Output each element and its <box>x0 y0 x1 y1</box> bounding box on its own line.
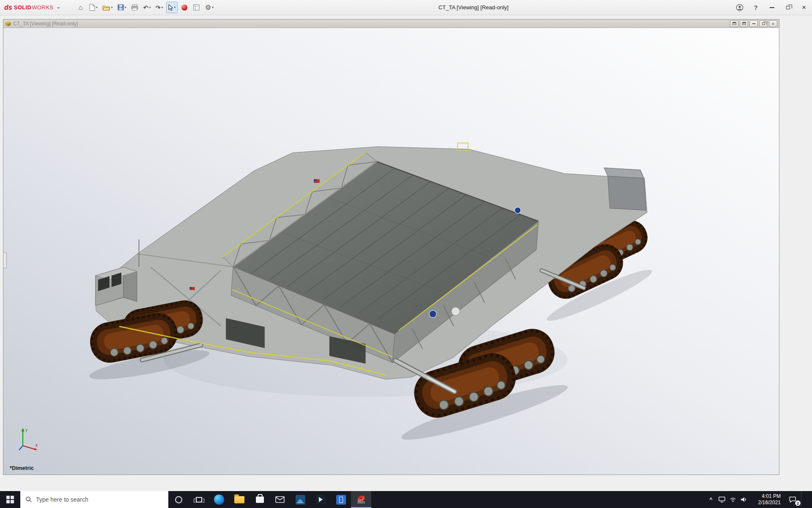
task-view-icon <box>196 497 202 502</box>
store-icon <box>256 497 264 503</box>
search-input[interactable] <box>36 496 163 503</box>
tray-network-button[interactable] <box>727 491 738 508</box>
drawing-sheet-button[interactable] <box>191 2 202 13</box>
app-titlebar: ds SOLID WORKS ▸ ⌂ ▾ ▾ ▾ <box>0 0 812 15</box>
select-tool-button[interactable]: ▾ <box>166 2 178 13</box>
operator-cab[interactable] <box>96 239 139 306</box>
solidworks-logo[interactable]: ds SOLID WORKS ▸ <box>0 4 64 11</box>
close-icon: × <box>802 3 806 12</box>
dropdown-caret-icon: ▾ <box>149 6 151 9</box>
show-desktop-button[interactable] <box>801 491 812 508</box>
undo-icon: ↶ <box>143 5 148 11</box>
dropdown-caret-icon: ▾ <box>111 6 113 9</box>
home-button[interactable]: ⌂ <box>75 2 86 13</box>
quick-access-toolbar: ⌂ ▾ ▾ ▾ ↶ ▾ ↷ ▾ <box>75 2 215 13</box>
solidworks-year-badge: 2021 <box>357 501 365 504</box>
new-document-icon <box>89 4 95 11</box>
taskbar-clock[interactable]: 4:01 PM 2/16/2021 <box>749 491 784 508</box>
triad-y-label: y <box>25 428 27 432</box>
minimize-icon <box>770 7 774 8</box>
redo-icon: ↷ <box>156 5 161 11</box>
system-tray: ^ 4:01 PM 2/16/2021 2 <box>705 491 812 508</box>
document-window: CT_TA [Viewing] [Read-only] × <box>3 19 779 475</box>
taskbar-item-mail[interactable] <box>270 491 290 508</box>
document-title: CT_TA [Viewing] [Read-only] <box>13 21 78 27</box>
tray-display-button[interactable] <box>716 491 727 508</box>
appearance-ball-icon <box>181 5 187 11</box>
doc-minimize-button[interactable] <box>749 20 758 27</box>
photos-icon <box>296 495 305 505</box>
print-button[interactable] <box>129 2 140 13</box>
document-window-controls: × <box>729 20 777 27</box>
crawler-transporter-model[interactable] <box>3 28 779 475</box>
assembly-document-icon <box>5 21 11 27</box>
undo-button[interactable]: ↶ ▾ <box>142 2 153 13</box>
document-titlebar[interactable]: CT_TA [Viewing] [Read-only] × <box>3 19 779 28</box>
windows-logo-icon <box>6 496 14 503</box>
view-orientation-label: *Dimetric <box>10 465 34 471</box>
file-explorer-icon <box>234 496 244 503</box>
your-phone-icon <box>336 495 346 505</box>
options-button[interactable]: ⚙ ▾ <box>203 2 215 13</box>
taskbar-item-photos[interactable] <box>290 491 310 508</box>
taskbar-search[interactable] <box>20 491 168 508</box>
redo-button[interactable]: ↷ ▾ <box>154 2 165 13</box>
orientation-triad[interactable]: y x <box>16 426 40 453</box>
panel-splitter-handle[interactable] <box>3 252 7 268</box>
minimize-button[interactable] <box>764 0 780 15</box>
taskbar-item-movies-tv[interactable] <box>310 491 331 508</box>
clock-time: 4:01 PM <box>762 493 781 500</box>
tray-volume-button[interactable] <box>738 491 749 508</box>
appearance-button[interactable] <box>179 2 190 13</box>
clock-date: 2/16/2021 <box>758 500 781 506</box>
action-center-button[interactable]: 2 <box>784 491 801 508</box>
gear-icon: ⚙ <box>205 4 211 11</box>
start-button[interactable] <box>0 491 20 508</box>
dassault-logo-icon: ds <box>4 4 12 11</box>
doc-close-button[interactable]: × <box>769 20 777 27</box>
minimize-icon <box>752 23 755 24</box>
drawing-sheet-icon <box>193 4 200 11</box>
solidworks-desktop: ds SOLID WORKS ▸ ⌂ ▾ ▾ ▾ <box>0 0 812 508</box>
app-client-area: CT_TA [Viewing] [Read-only] × <box>0 15 812 491</box>
dropdown-caret-icon: ▾ <box>161 6 163 9</box>
graphics-viewport[interactable]: y x *Dimetric <box>3 28 779 475</box>
hidden-icons-chevron[interactable]: ^ <box>705 491 716 508</box>
doc-arrange-button[interactable] <box>730 20 738 27</box>
open-button[interactable]: ▾ <box>101 2 115 13</box>
window-icon <box>732 22 736 25</box>
taskbar-item-solidworks-active[interactable]: 2021 <box>351 491 371 508</box>
dropdown-caret-icon: ▾ <box>174 6 176 9</box>
search-icon <box>25 496 32 503</box>
account-icon <box>736 4 743 11</box>
brand-solid-text: SOLID <box>14 4 32 11</box>
help-button[interactable]: ? <box>748 0 764 15</box>
window-icon <box>742 22 746 25</box>
help-icon: ? <box>754 4 758 11</box>
menu-expand-arrow-icon[interactable]: ▸ <box>58 5 60 10</box>
taskbar-item-edge[interactable] <box>209 491 229 508</box>
window-title: CT_TA [Viewing] [Read-only] <box>215 4 732 11</box>
restore-icon <box>786 6 790 9</box>
taskbar-item-file-explorer[interactable] <box>229 491 250 508</box>
taskbar-item-your-phone[interactable] <box>331 491 351 508</box>
restore-button[interactable] <box>780 0 796 15</box>
edge-icon <box>214 494 224 505</box>
taskbar-item-store[interactable] <box>250 491 270 508</box>
display-icon <box>719 497 725 502</box>
dropdown-caret-icon: ▾ <box>125 6 126 9</box>
new-document-button[interactable]: ▾ <box>88 2 99 13</box>
dropdown-caret-icon: ▾ <box>96 6 98 9</box>
doc-arrange-button-2[interactable] <box>740 20 748 27</box>
close-button[interactable]: × <box>796 0 812 15</box>
task-view-button[interactable] <box>189 491 209 508</box>
account-button[interactable] <box>732 0 748 15</box>
doc-restore-button[interactable] <box>759 20 768 27</box>
save-button[interactable]: ▾ <box>116 2 128 13</box>
cortana-button[interactable] <box>168 491 189 508</box>
open-folder-icon <box>102 5 110 11</box>
windows-taskbar: 2021 ^ 4:01 PM 2/16/2021 2 <box>0 491 812 508</box>
network-wifi-icon <box>730 497 736 502</box>
print-icon <box>131 4 138 11</box>
save-icon <box>118 4 124 11</box>
